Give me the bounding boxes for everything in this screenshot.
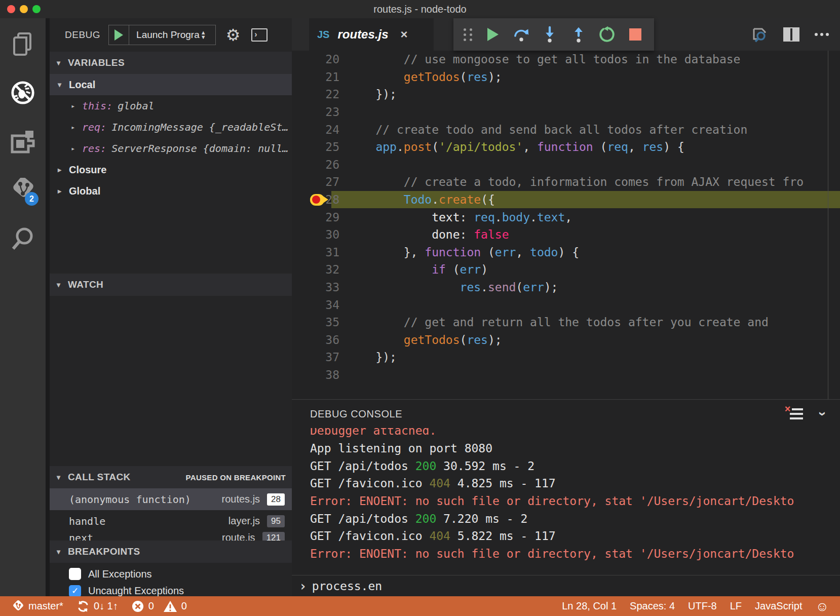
sync-status[interactable]: 0↓ 1↑ — [77, 600, 118, 613]
stack-frame[interactable]: nextroute.js121 — [50, 532, 292, 541]
language-mode[interactable]: JavaScript — [755, 600, 802, 612]
line-number[interactable]: 20 — [292, 53, 348, 66]
code-line[interactable]: 37 }); — [292, 349, 840, 366]
scope-global[interactable]: ▸ Global — [50, 180, 292, 202]
code-line[interactable]: 30 done: false — [292, 226, 840, 244]
code-line[interactable]: 20 // use mongoose to get all todos in t… — [292, 51, 840, 68]
line-number[interactable]: 31 — [292, 246, 348, 259]
scope-closure[interactable]: ▸ Closure — [50, 159, 292, 180]
stack-frame[interactable]: (anonymous function)routes.js28 — [50, 488, 292, 510]
code-line[interactable]: 35 // get and return all the todos after… — [292, 314, 840, 331]
console-input-row[interactable]: › process.en — [292, 575, 840, 596]
code-line[interactable]: 26 — [292, 156, 840, 174]
line-number[interactable]: 21 — [292, 70, 348, 84]
code-line[interactable]: 28 Todo.create({ — [292, 191, 840, 209]
line-number[interactable]: 36 — [292, 333, 348, 346]
code-line[interactable]: 22 }); — [292, 86, 840, 103]
stack-frame[interactable]: handlelayer.js95 — [50, 510, 292, 532]
watch-section-header[interactable]: ▾ WATCH — [50, 274, 292, 296]
line-number[interactable]: 22 — [292, 88, 348, 101]
launch-config-dropdown[interactable]: Launch Progra ▲▼ — [129, 25, 215, 45]
configure-gear-button[interactable]: ⚙ — [226, 27, 241, 43]
debug-icon[interactable] — [10, 80, 35, 105]
code-line[interactable]: 27 // create a todo, information comes f… — [292, 173, 840, 191]
line-number[interactable]: 33 — [292, 281, 348, 294]
stop-button[interactable] — [627, 24, 644, 45]
split-editor-icon[interactable] — [783, 27, 799, 42]
more-actions-icon[interactable] — [815, 33, 829, 36]
step-into-button[interactable] — [541, 24, 558, 45]
search-icon[interactable] — [10, 226, 35, 251]
line-number[interactable]: 38 — [292, 368, 348, 381]
indentation-setting[interactable]: Spaces: 4 — [630, 600, 675, 612]
start-debug-button[interactable] — [109, 25, 129, 45]
line-number[interactable]: 35 — [292, 316, 348, 329]
clear-console-icon[interactable]: × — [787, 407, 803, 420]
step-out-button[interactable] — [570, 24, 587, 45]
collapse-panel-icon[interactable]: › — [815, 411, 829, 416]
checked-checkbox[interactable]: ✓ — [69, 585, 81, 596]
breakpoint-row[interactable]: All Exceptions — [50, 563, 292, 585]
line-number[interactable]: 30 — [292, 228, 348, 241]
breakpoint-row[interactable]: ✓Uncaught Exceptions — [50, 585, 292, 596]
code-line[interactable]: 32 if (err) — [292, 261, 840, 279]
spacer — [50, 202, 292, 274]
line-number[interactable]: 29 — [292, 211, 348, 224]
editor-scrollbar[interactable] — [828, 51, 828, 399]
variables-section-header[interactable]: ▾ VARIABLES — [50, 52, 292, 74]
stop-icon — [629, 28, 641, 41]
code-line[interactable]: 25 app.post('/api/todos', function (req,… — [292, 138, 840, 156]
breakpoint-icon[interactable] — [310, 194, 330, 206]
explorer-icon[interactable] — [10, 31, 35, 57]
continue-button[interactable] — [484, 24, 502, 45]
debug-sidebar-header: DEBUG Launch Progra ▲▼ ⚙ › — [50, 18, 292, 52]
problems-status[interactable]: 0 0 — [131, 600, 187, 613]
close-tab-icon[interactable]: × — [401, 27, 408, 42]
step-over-button[interactable] — [513, 24, 530, 45]
restart-button[interactable] — [598, 24, 616, 45]
line-number[interactable]: 23 — [292, 105, 348, 119]
find-in-file-icon[interactable] — [751, 26, 768, 43]
git-branch-status[interactable]: master* — [12, 600, 63, 613]
code-line[interactable]: 23 — [292, 103, 840, 121]
sync-counts: 0↓ 1↑ — [94, 600, 118, 612]
eol-setting[interactable]: LF — [730, 600, 742, 612]
line-number[interactable]: 26 — [292, 158, 348, 171]
console-line: Debugger attached. — [310, 428, 840, 440]
variable-row[interactable]: ▸res:ServerResponse {domain: null… — [50, 138, 292, 159]
code-line[interactable]: 33 res.send(err); — [292, 279, 840, 296]
cursor-position[interactable]: Ln 28, Col 1 — [562, 600, 617, 612]
code-line[interactable]: 31 }, function (err, todo) { — [292, 244, 840, 261]
unchecked-checkbox[interactable] — [69, 568, 81, 580]
line-number[interactable]: 24 — [292, 123, 348, 136]
code-line[interactable]: 34 — [292, 296, 840, 314]
scope-local[interactable]: ▾ Local — [50, 74, 292, 95]
variable-row[interactable]: ▸this:global — [50, 95, 292, 117]
warning-count: 0 — [181, 600, 187, 612]
variable-row[interactable]: ▸req:IncomingMessage {_readableSt… — [50, 117, 292, 138]
watch-title: WATCH — [68, 279, 103, 290]
line-number[interactable]: 32 — [292, 263, 348, 276]
breakpoints-section-header[interactable]: ▾ BREAKPOINTS — [50, 541, 292, 563]
code-line[interactable]: 38 — [292, 366, 840, 384]
console-output[interactable]: Debugger attached.App listening on port … — [292, 428, 840, 575]
code-editor[interactable]: 20 // use mongoose to get all todos in t… — [292, 51, 840, 399]
debug-console-toggle-icon[interactable]: › — [251, 28, 268, 42]
code-line[interactable]: 29 text: req.body.text, — [292, 208, 840, 226]
line-number[interactable]: 34 — [292, 298, 348, 312]
line-number[interactable]: 37 — [292, 351, 348, 364]
tab-routes-js[interactable]: JS routes.js × — [309, 18, 434, 51]
code-line[interactable]: 36 getTodos(res); — [292, 331, 840, 349]
console-line: Error: ENOENT: no such file or directory… — [310, 492, 840, 510]
feedback-smiley-icon[interactable]: ☺ — [815, 600, 829, 613]
source-control-icon[interactable]: 2 — [10, 177, 35, 203]
line-number[interactable]: 25 — [292, 140, 348, 153]
drag-handle-icon[interactable] — [464, 28, 473, 41]
console-input-text[interactable]: process.en — [312, 580, 382, 593]
extensions-icon[interactable] — [10, 129, 35, 154]
code-line[interactable]: 24 // create todo and send back all todo… — [292, 121, 840, 138]
encoding-setting[interactable]: UTF-8 — [688, 600, 717, 612]
callstack-section-header[interactable]: ▾ CALL STACK PAUSED ON BREAKPOINT — [50, 466, 292, 488]
code-line[interactable]: 21 getTodos(res); — [292, 68, 840, 86]
line-number[interactable]: 27 — [292, 175, 348, 188]
